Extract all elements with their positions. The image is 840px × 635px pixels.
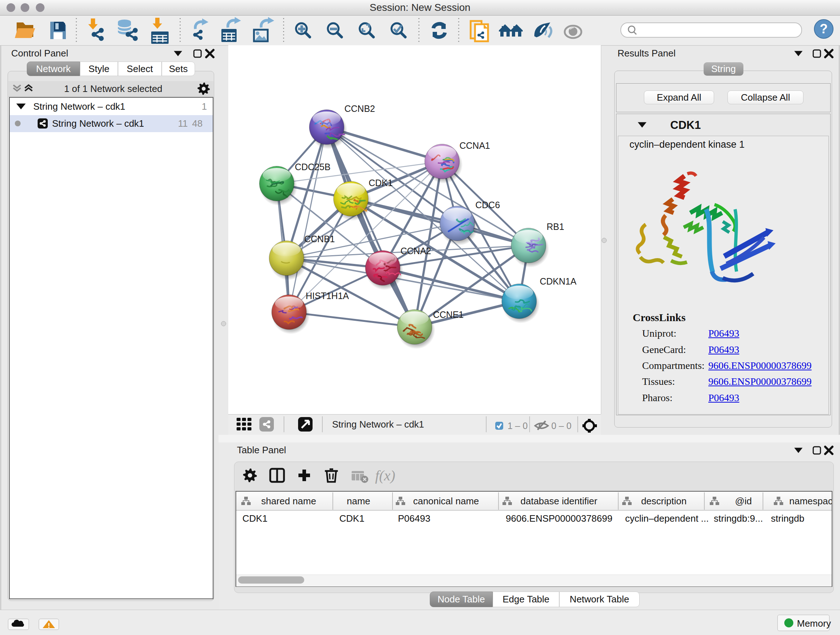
svg-text:name: name	[347, 496, 370, 507]
svg-text:CCNA1: CCNA1	[459, 141, 490, 150]
svg-text:CDK1: CDK1	[670, 119, 701, 131]
svg-text:48: 48	[192, 118, 202, 129]
svg-text:@id: @id	[735, 496, 752, 507]
svg-text:CCNA2: CCNA2	[401, 246, 431, 256]
svg-text:CCNE1: CCNE1	[433, 310, 464, 320]
svg-text:String Network – cdk1: String Network – cdk1	[33, 101, 125, 112]
svg-text:1: 1	[202, 101, 207, 112]
svg-text:CCNB2: CCNB2	[344, 103, 375, 114]
svg-text:description: description	[641, 496, 687, 507]
svg-text:CDK1: CDK1	[369, 178, 393, 188]
svg-text:canonical name: canonical name	[413, 496, 479, 507]
svg-text:?: ?	[820, 21, 828, 36]
svg-text:CDC6: CDC6	[475, 200, 500, 210]
svg-text:CDC25B: CDC25B	[295, 162, 331, 172]
svg-text:1 of 1 Network selected: 1 of 1 Network selected	[64, 83, 163, 94]
svg-text:database identifier: database identifier	[521, 496, 598, 507]
svg-text:CDKN1A: CDKN1A	[540, 276, 576, 287]
svg-text:RB1: RB1	[546, 222, 564, 232]
svg-text:11: 11	[178, 118, 188, 129]
svg-text:HIST1H1A: HIST1H1A	[306, 291, 349, 301]
svg-text:CCNB1: CCNB1	[304, 234, 335, 244]
svg-text:0 – 0: 0 – 0	[551, 421, 572, 431]
svg-text:namespace: namespace	[789, 496, 832, 507]
svg-text:String Network – cdk1: String Network – cdk1	[332, 419, 424, 430]
svg-text:1 – 0: 1 – 0	[508, 421, 528, 431]
svg-text:shared name: shared name	[261, 496, 316, 507]
svg-text:String Network – cdk1: String Network – cdk1	[52, 118, 144, 129]
svg-text:f(x): f(x)	[375, 467, 395, 484]
